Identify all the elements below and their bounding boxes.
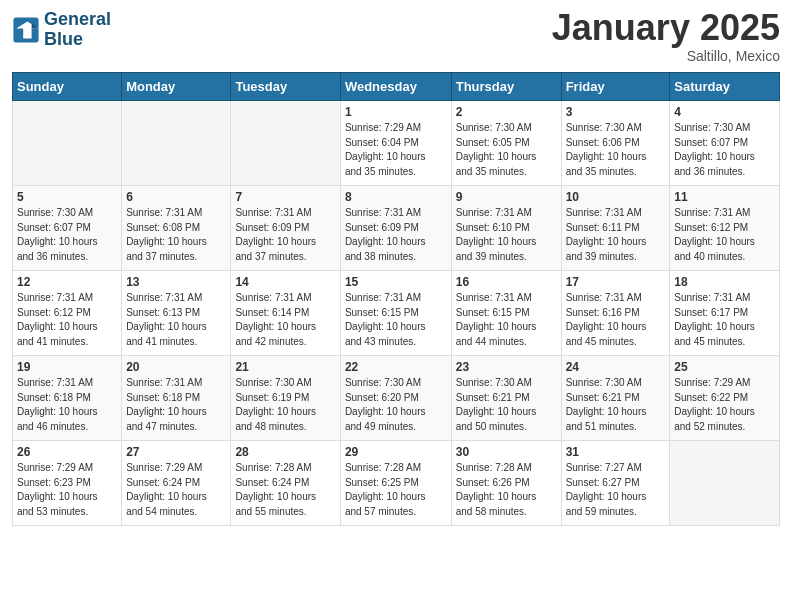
day-info: Sunrise: 7:31 AMSunset: 6:14 PMDaylight:…	[235, 291, 335, 349]
day-info: Sunrise: 7:31 AMSunset: 6:15 PMDaylight:…	[345, 291, 447, 349]
day-number: 18	[674, 275, 775, 289]
day-info: Sunrise: 7:30 AMSunset: 6:07 PMDaylight:…	[674, 121, 775, 179]
day-number: 29	[345, 445, 447, 459]
day-cell: 14Sunrise: 7:31 AMSunset: 6:14 PMDayligh…	[231, 271, 340, 356]
day-cell: 3Sunrise: 7:30 AMSunset: 6:06 PMDaylight…	[561, 101, 670, 186]
day-cell: 2Sunrise: 7:30 AMSunset: 6:05 PMDaylight…	[451, 101, 561, 186]
day-info: Sunrise: 7:29 AMSunset: 6:22 PMDaylight:…	[674, 376, 775, 434]
day-info: Sunrise: 7:31 AMSunset: 6:13 PMDaylight:…	[126, 291, 226, 349]
location-subtitle: Saltillo, Mexico	[552, 48, 780, 64]
weekday-header-tuesday: Tuesday	[231, 73, 340, 101]
logo-line1: General	[44, 10, 111, 30]
day-cell: 17Sunrise: 7:31 AMSunset: 6:16 PMDayligh…	[561, 271, 670, 356]
day-number: 10	[566, 190, 666, 204]
day-info: Sunrise: 7:29 AMSunset: 6:04 PMDaylight:…	[345, 121, 447, 179]
day-number: 26	[17, 445, 117, 459]
day-number: 24	[566, 360, 666, 374]
day-cell: 8Sunrise: 7:31 AMSunset: 6:09 PMDaylight…	[340, 186, 451, 271]
calendar-header: SundayMondayTuesdayWednesdayThursdayFrid…	[13, 73, 780, 101]
day-number: 8	[345, 190, 447, 204]
logo-icon	[12, 16, 40, 44]
day-number: 1	[345, 105, 447, 119]
day-info: Sunrise: 7:27 AMSunset: 6:27 PMDaylight:…	[566, 461, 666, 519]
day-cell: 22Sunrise: 7:30 AMSunset: 6:20 PMDayligh…	[340, 356, 451, 441]
day-cell: 27Sunrise: 7:29 AMSunset: 6:24 PMDayligh…	[122, 441, 231, 526]
day-number: 25	[674, 360, 775, 374]
day-cell: 19Sunrise: 7:31 AMSunset: 6:18 PMDayligh…	[13, 356, 122, 441]
day-info: Sunrise: 7:28 AMSunset: 6:25 PMDaylight:…	[345, 461, 447, 519]
day-info: Sunrise: 7:30 AMSunset: 6:20 PMDaylight:…	[345, 376, 447, 434]
week-row-3: 19Sunrise: 7:31 AMSunset: 6:18 PMDayligh…	[13, 356, 780, 441]
day-cell: 23Sunrise: 7:30 AMSunset: 6:21 PMDayligh…	[451, 356, 561, 441]
day-info: Sunrise: 7:30 AMSunset: 6:19 PMDaylight:…	[235, 376, 335, 434]
title-block: January 2025 Saltillo, Mexico	[552, 10, 780, 64]
day-cell: 21Sunrise: 7:30 AMSunset: 6:19 PMDayligh…	[231, 356, 340, 441]
day-info: Sunrise: 7:31 AMSunset: 6:09 PMDaylight:…	[345, 206, 447, 264]
day-cell: 5Sunrise: 7:30 AMSunset: 6:07 PMDaylight…	[13, 186, 122, 271]
weekday-header-monday: Monday	[122, 73, 231, 101]
day-cell: 30Sunrise: 7:28 AMSunset: 6:26 PMDayligh…	[451, 441, 561, 526]
weekday-header-thursday: Thursday	[451, 73, 561, 101]
day-number: 7	[235, 190, 335, 204]
day-number: 4	[674, 105, 775, 119]
week-row-4: 26Sunrise: 7:29 AMSunset: 6:23 PMDayligh…	[13, 441, 780, 526]
day-number: 27	[126, 445, 226, 459]
calendar-body: 1Sunrise: 7:29 AMSunset: 6:04 PMDaylight…	[13, 101, 780, 526]
weekday-row: SundayMondayTuesdayWednesdayThursdayFrid…	[13, 73, 780, 101]
weekday-header-saturday: Saturday	[670, 73, 780, 101]
day-number: 6	[126, 190, 226, 204]
day-info: Sunrise: 7:31 AMSunset: 6:18 PMDaylight:…	[17, 376, 117, 434]
day-info: Sunrise: 7:30 AMSunset: 6:07 PMDaylight:…	[17, 206, 117, 264]
day-cell: 25Sunrise: 7:29 AMSunset: 6:22 PMDayligh…	[670, 356, 780, 441]
weekday-header-sunday: Sunday	[13, 73, 122, 101]
month-title: January 2025	[552, 10, 780, 46]
day-number: 28	[235, 445, 335, 459]
day-info: Sunrise: 7:28 AMSunset: 6:26 PMDaylight:…	[456, 461, 557, 519]
day-cell: 10Sunrise: 7:31 AMSunset: 6:11 PMDayligh…	[561, 186, 670, 271]
day-number: 23	[456, 360, 557, 374]
day-number: 14	[235, 275, 335, 289]
day-number: 21	[235, 360, 335, 374]
day-info: Sunrise: 7:30 AMSunset: 6:05 PMDaylight:…	[456, 121, 557, 179]
day-cell: 11Sunrise: 7:31 AMSunset: 6:12 PMDayligh…	[670, 186, 780, 271]
day-cell: 26Sunrise: 7:29 AMSunset: 6:23 PMDayligh…	[13, 441, 122, 526]
day-cell: 24Sunrise: 7:30 AMSunset: 6:21 PMDayligh…	[561, 356, 670, 441]
week-row-2: 12Sunrise: 7:31 AMSunset: 6:12 PMDayligh…	[13, 271, 780, 356]
day-cell: 7Sunrise: 7:31 AMSunset: 6:09 PMDaylight…	[231, 186, 340, 271]
day-number: 22	[345, 360, 447, 374]
day-cell: 28Sunrise: 7:28 AMSunset: 6:24 PMDayligh…	[231, 441, 340, 526]
day-cell: 12Sunrise: 7:31 AMSunset: 6:12 PMDayligh…	[13, 271, 122, 356]
day-cell	[13, 101, 122, 186]
day-number: 3	[566, 105, 666, 119]
day-info: Sunrise: 7:31 AMSunset: 6:18 PMDaylight:…	[126, 376, 226, 434]
day-number: 31	[566, 445, 666, 459]
day-cell: 1Sunrise: 7:29 AMSunset: 6:04 PMDaylight…	[340, 101, 451, 186]
day-number: 30	[456, 445, 557, 459]
day-cell: 16Sunrise: 7:31 AMSunset: 6:15 PMDayligh…	[451, 271, 561, 356]
day-cell	[122, 101, 231, 186]
day-info: Sunrise: 7:30 AMSunset: 6:21 PMDaylight:…	[456, 376, 557, 434]
day-cell: 15Sunrise: 7:31 AMSunset: 6:15 PMDayligh…	[340, 271, 451, 356]
day-number: 19	[17, 360, 117, 374]
day-cell: 6Sunrise: 7:31 AMSunset: 6:08 PMDaylight…	[122, 186, 231, 271]
day-cell: 18Sunrise: 7:31 AMSunset: 6:17 PMDayligh…	[670, 271, 780, 356]
day-info: Sunrise: 7:29 AMSunset: 6:23 PMDaylight:…	[17, 461, 117, 519]
logo-text: General Blue	[44, 10, 111, 50]
day-cell: 9Sunrise: 7:31 AMSunset: 6:10 PMDaylight…	[451, 186, 561, 271]
day-info: Sunrise: 7:31 AMSunset: 6:10 PMDaylight:…	[456, 206, 557, 264]
logo: General Blue	[12, 10, 111, 50]
day-cell: 4Sunrise: 7:30 AMSunset: 6:07 PMDaylight…	[670, 101, 780, 186]
week-row-0: 1Sunrise: 7:29 AMSunset: 6:04 PMDaylight…	[13, 101, 780, 186]
day-info: Sunrise: 7:30 AMSunset: 6:06 PMDaylight:…	[566, 121, 666, 179]
week-row-1: 5Sunrise: 7:30 AMSunset: 6:07 PMDaylight…	[13, 186, 780, 271]
day-cell: 13Sunrise: 7:31 AMSunset: 6:13 PMDayligh…	[122, 271, 231, 356]
day-info: Sunrise: 7:31 AMSunset: 6:17 PMDaylight:…	[674, 291, 775, 349]
day-info: Sunrise: 7:31 AMSunset: 6:15 PMDaylight:…	[456, 291, 557, 349]
day-cell	[231, 101, 340, 186]
day-cell: 20Sunrise: 7:31 AMSunset: 6:18 PMDayligh…	[122, 356, 231, 441]
day-cell	[670, 441, 780, 526]
header: General Blue January 2025 Saltillo, Mexi…	[12, 10, 780, 64]
day-info: Sunrise: 7:31 AMSunset: 6:16 PMDaylight:…	[566, 291, 666, 349]
day-info: Sunrise: 7:31 AMSunset: 6:11 PMDaylight:…	[566, 206, 666, 264]
day-info: Sunrise: 7:31 AMSunset: 6:08 PMDaylight:…	[126, 206, 226, 264]
